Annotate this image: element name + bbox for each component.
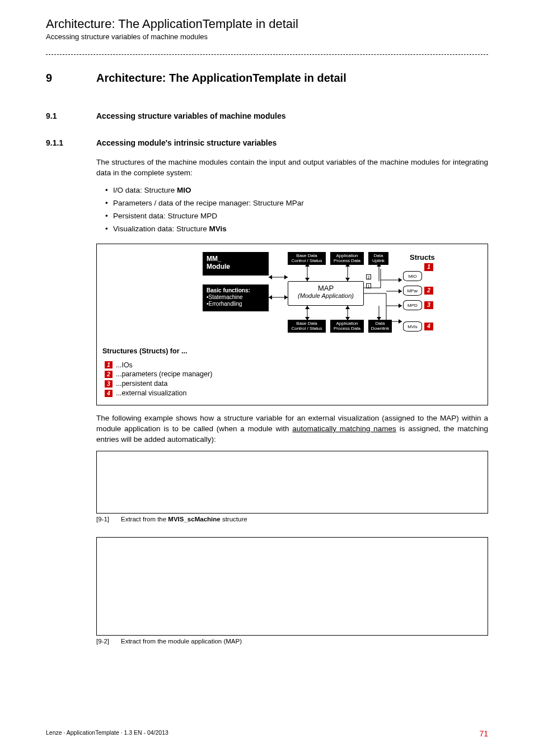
diagram-frame: MM_ Module Basic functions: •Statemachin… [96,244,488,406]
arrow-icon [303,263,311,281]
section-heading: 9 Architecture: The ApplicationTemplate … [46,72,488,85]
diagram-cyl-mvis: MVis [403,321,422,332]
figure-caption-2: [9-2] Extract from the module applicatio… [96,638,488,645]
svg-marker-13 [305,306,310,309]
connector-icon [269,293,288,301]
badge-icon: 4 [105,390,113,397]
li-bold: MVis [209,225,227,233]
figure-caption-1: [9-1] Extract from the MVIS_scMachine st… [96,516,488,522]
diagram-label: Base Data [290,253,324,259]
section-title: Architecture: The ApplicationTemplate in… [96,72,346,85]
paragraph-intro: The structures of the machine modules co… [96,157,488,179]
diagram-callout-2: 2 [366,274,371,279]
legend-text: ...parameters (recipe manager) [116,370,212,379]
diagram-label: Data [371,253,386,259]
diagram-label: Basic functions: [207,287,265,294]
connector-icon [269,273,288,281]
bullet-list: I/O data: Structure MIO Parameters / dat… [105,184,488,236]
diagram-label: Application [332,321,362,326]
diagram-label: Process Data [332,326,362,332]
page-footer: Lenze · ApplicationTemplate · 1.3 EN - 0… [46,729,488,738]
list-item: Persistent data: Structure MPD [105,210,488,223]
section-number: 9 [46,72,96,85]
list-item: Visualization data: Structure MVis [105,223,488,236]
diagram-label: Control / Status [290,326,324,332]
diagram-label: Module [207,263,265,270]
diagram-label: Application [332,253,362,259]
svg-marker-29 [399,319,402,324]
svg-marker-28 [399,304,402,308]
svg-marker-17 [345,317,350,320]
svg-marker-5 [284,295,288,300]
para-underline: automatically matching names [292,424,396,433]
svg-marker-16 [345,306,350,309]
diagram-badge-4: 4 [424,323,433,330]
diagram-bot-base-data: Base Data Control / Status [288,320,326,333]
footer-page-number: 71 [479,729,488,738]
caption-tag: [9-1] [96,516,121,522]
li-bold: MIO [177,186,191,194]
diagram-label: MAP [292,284,360,293]
badge-icon: 1 [105,361,113,368]
li-text: Visualization data: Structure [113,225,209,233]
svg-marker-7 [305,263,310,267]
diagram-label: •Statemachine [207,294,265,301]
header-title: Architecture: The ApplicationTemplate in… [46,17,488,31]
diagram-label: •Errorhandling [207,301,265,307]
diagram: MM_ Module Basic functions: •Statemachin… [135,250,449,339]
list-item: I/O data: Structure MIO [105,184,488,197]
diagram-cyl-mpar: MPar [403,286,422,296]
diagram-label: MM_ [207,255,265,263]
legend-text: ...persistent data [116,379,167,389]
paragraph-example: The following example shows how a struct… [96,413,488,445]
list-item: Parameters / data of the recipe manager:… [105,197,488,210]
subsubsection-number: 9.1.1 [46,138,96,147]
diagram-legend-list: 1...IOs 2...parameters (recipe manager) … [105,361,482,399]
svg-marker-27 [399,289,402,293]
svg-marker-14 [305,317,310,320]
caption-tag: [9-2] [96,638,121,645]
svg-marker-2 [284,275,288,279]
diagram-badge-2: 2 [424,287,433,295]
list-item: 2...parameters (recipe manager) [105,370,482,379]
legend-text: ...IOs [116,361,133,370]
divider [46,54,488,55]
list-item: 4...external visualization [105,389,482,398]
list-item: 1...IOs [105,361,482,370]
code-extract-box-1 [96,451,488,514]
diagram-map-box: MAP (Module Application) [288,281,364,306]
svg-marker-1 [269,275,272,279]
diagram-label: Base Data [290,321,324,326]
svg-marker-26 [399,278,402,282]
diagram-structs-label: Structs [410,253,435,262]
badge-icon: 2 [105,371,113,378]
list-item: 3...persistent data [105,379,482,389]
subsubsection-title: Accessing module's intrinsic structure v… [96,138,277,147]
connector-icon [364,286,403,330]
li-text: I/O data: Structure [113,186,177,194]
legend-text: ...external visualization [116,389,186,398]
caption-text: Extract from the MVIS_scMachine structur… [121,516,247,522]
svg-marker-19 [377,263,381,267]
arrow-icon [303,306,311,320]
diagram-bot-app-data: Application Process Data [330,320,364,333]
svg-marker-8 [305,278,310,281]
badge-icon: 3 [105,380,113,388]
subsubsection-heading: 9.1.1 Accessing module's intrinsic struc… [46,138,488,147]
subsection-heading: 9.1 Accessing structure variables of mac… [46,111,488,120]
arrow-icon [344,306,352,320]
svg-marker-10 [345,263,350,267]
page-header: Architecture: The ApplicationTemplate in… [46,17,488,41]
subsection-title: Accessing structure variables of machine… [96,111,285,120]
svg-marker-11 [345,278,350,281]
subsection-number: 9.1 [46,111,96,120]
arrow-icon [344,263,352,281]
footer-left: Lenze · ApplicationTemplate · 1.3 EN - 0… [46,729,168,738]
diagram-cyl-mpd: MPD [403,300,422,310]
diagram-badge-3: 3 [424,301,433,309]
diagram-legend-title: Structures (Structs) for ... [102,347,482,355]
diagram-label: (Module Application) [292,292,360,300]
diagram-mm-box: MM_ Module [203,252,269,276]
caption-text: Extract from the module application (MAP… [121,638,242,645]
header-subtitle: Accessing structure variables of machine… [46,32,488,41]
